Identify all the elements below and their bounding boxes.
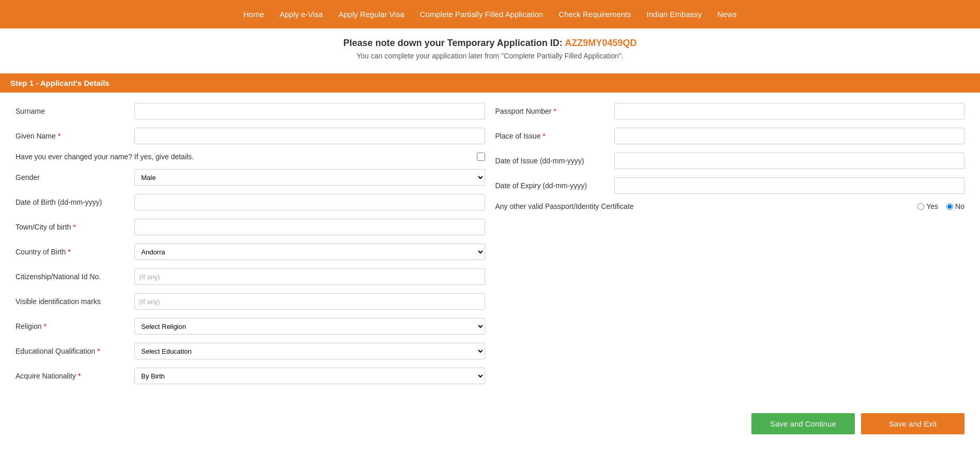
given-name-label: Given Name * bbox=[16, 132, 129, 140]
date-of-expiry-row: Date of Expiry (dd-mm-yyyy) bbox=[495, 177, 965, 194]
place-of-issue-input[interactable] bbox=[614, 128, 965, 144]
religion-row: Religion * Select Religion Hindu Muslim … bbox=[16, 318, 485, 335]
nav-check-requirements[interactable]: Check Requirements bbox=[559, 10, 631, 19]
surname-input[interactable] bbox=[134, 103, 485, 119]
dob-row: Date of Birth (dd-mm-yyyy) bbox=[16, 194, 485, 210]
passport-number-input[interactable] bbox=[614, 103, 965, 119]
education-select[interactable]: Select Education Below Matriculation Mat… bbox=[134, 343, 485, 359]
radio-yes-label[interactable]: Yes bbox=[917, 202, 938, 210]
radio-no[interactable] bbox=[946, 203, 953, 210]
name-change-checkbox[interactable] bbox=[477, 153, 485, 161]
date-of-expiry-label: Date of Expiry (dd-mm-yyyy) bbox=[495, 181, 609, 190]
country-select[interactable]: Andorra Afghanistan Albania Algeria bbox=[134, 244, 485, 260]
other-passport-radio-group: Yes No bbox=[917, 202, 964, 210]
country-label: Country of Birth * bbox=[16, 248, 129, 256]
religion-label: Religion * bbox=[16, 322, 129, 330]
radio-no-label[interactable]: No bbox=[946, 202, 964, 210]
citizenship-row: Citizenship/National Id No. bbox=[16, 268, 485, 285]
passport-number-label: Passport Number * bbox=[495, 107, 609, 115]
given-name-input-wrapper bbox=[134, 128, 485, 144]
acquire-select[interactable]: By Birth By Naturalization By Registrati… bbox=[134, 368, 485, 384]
form-right-col: Passport Number * Place of Issue * Date … bbox=[495, 103, 965, 392]
form-left-col: Surname Given Name * Have you ever chang… bbox=[16, 103, 485, 392]
other-passport-label: Any other valid Passport/Identity Certif… bbox=[495, 202, 913, 210]
given-name-input[interactable] bbox=[134, 128, 485, 144]
date-of-issue-row: Date of Issue (dd-mm-yyyy) bbox=[495, 153, 965, 169]
dob-input[interactable] bbox=[134, 194, 485, 210]
nav-news[interactable]: News bbox=[717, 10, 737, 19]
dob-label: Date of Birth (dd-mm-yyyy) bbox=[16, 198, 129, 206]
gender-label: Gender bbox=[16, 173, 129, 181]
town-input[interactable] bbox=[134, 219, 485, 235]
place-of-issue-row: Place of Issue * bbox=[495, 128, 965, 144]
buttons-row: Save and Continue Save and Exit bbox=[0, 403, 980, 445]
date-of-issue-label: Date of Issue (dd-mm-yyyy) bbox=[495, 157, 609, 165]
notice-subtitle: You can complete your application later … bbox=[5, 52, 975, 60]
date-of-issue-input[interactable] bbox=[614, 153, 965, 169]
gender-select[interactable]: Male Female Other bbox=[134, 169, 485, 186]
country-row: Country of Birth * Andorra Afghanistan A… bbox=[16, 244, 485, 260]
gender-row: Gender Male Female Other bbox=[16, 169, 485, 186]
citizenship-label: Citizenship/National Id No. bbox=[16, 273, 129, 281]
main-nav: Home Apply e-Visa Apply Regular Visa Com… bbox=[0, 0, 980, 28]
date-of-expiry-input[interactable] bbox=[614, 177, 965, 194]
education-label: Educational Qualification * bbox=[16, 347, 129, 355]
name-change-label: Have you ever changed your name? If yes,… bbox=[16, 153, 472, 161]
other-passport-row: Any other valid Passport/Identity Certif… bbox=[495, 202, 965, 210]
name-change-row: Have you ever changed your name? If yes,… bbox=[16, 153, 485, 161]
town-row: Town/City of birth * bbox=[16, 219, 485, 235]
place-of-issue-label: Place of Issue * bbox=[495, 132, 609, 140]
nav-indian-embassy[interactable]: Indian Embassy bbox=[646, 10, 702, 19]
acquire-label: Acquire Nationality * bbox=[16, 372, 129, 380]
radio-yes[interactable] bbox=[917, 203, 924, 210]
nav-home[interactable]: Home bbox=[243, 10, 264, 19]
notice-section: Please note down your Temporary Applicat… bbox=[0, 28, 980, 63]
citizenship-input[interactable] bbox=[134, 268, 485, 285]
passport-number-row: Passport Number * bbox=[495, 103, 965, 119]
visible-id-row: Visible identification marks bbox=[16, 293, 485, 310]
save-exit-button[interactable]: Save and Exit bbox=[861, 413, 964, 434]
app-id: AZZ9MY0459QD bbox=[565, 38, 637, 48]
visible-id-input[interactable] bbox=[134, 293, 485, 310]
acquire-row: Acquire Nationality * By Birth By Natura… bbox=[16, 368, 485, 384]
nav-complete-partial[interactable]: Complete Partially Filled Application bbox=[420, 10, 543, 19]
applicant-details-form: Surname Given Name * Have you ever chang… bbox=[0, 93, 980, 403]
given-name-row: Given Name * bbox=[16, 128, 485, 144]
education-row: Educational Qualification * Select Educa… bbox=[16, 343, 485, 359]
notice-title: Please note down your Temporary Applicat… bbox=[5, 38, 975, 49]
surname-label: Surname bbox=[16, 107, 129, 115]
surname-input-wrapper bbox=[134, 103, 485, 119]
nav-apply-regular[interactable]: Apply Regular Visa bbox=[338, 10, 404, 19]
step-header: Step 1 - Applicant's Details bbox=[0, 73, 980, 93]
religion-select[interactable]: Select Religion Hindu Muslim Christian S… bbox=[134, 318, 485, 335]
save-continue-button[interactable]: Save and Continue bbox=[751, 413, 855, 434]
visible-id-label: Visible identification marks bbox=[16, 297, 129, 306]
nav-apply-evisa[interactable]: Apply e-Visa bbox=[280, 10, 323, 19]
surname-row: Surname bbox=[16, 103, 485, 119]
town-label: Town/City of birth * bbox=[16, 223, 129, 231]
